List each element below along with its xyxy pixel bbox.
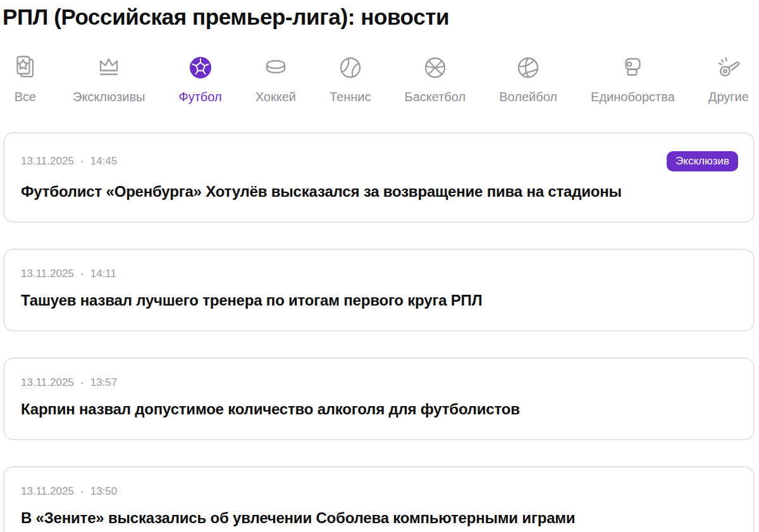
tab-exclusives[interactable]: Эксклюзивы [73, 53, 145, 104]
news-card[interactable]: 13.11.2025 • 13:50 В «Зените» высказалис… [3, 466, 755, 532]
news-time: 13:57 [90, 376, 118, 389]
news-time: 13:50 [90, 485, 118, 498]
news-meta: 13.11.2025 • 14:45 Эксклюзив [21, 151, 738, 171]
dot-separator: • [81, 271, 83, 278]
hockey-puck-icon [262, 53, 290, 82]
category-tabs: Все Эксклюзивы [11, 53, 749, 104]
news-card[interactable]: 13.11.2025 • 14:45 Эксклюзив Футболист «… [3, 132, 755, 223]
news-title: Карпин назвал допустимое количество алко… [21, 400, 738, 419]
tab-football[interactable]: Футбол [178, 53, 221, 104]
news-timestamp: 13.11.2025 • 14:45 [21, 155, 117, 168]
tab-label: Теннис [330, 90, 371, 104]
news-time: 14:11 [90, 268, 116, 280]
volleyball-icon [514, 53, 542, 82]
tab-label: Футбол [178, 90, 221, 104]
tab-martial-arts[interactable]: Единоборства [591, 53, 675, 104]
news-date: 13.11.2025 [21, 485, 74, 498]
tab-label: Баскетбол [405, 90, 466, 104]
news-timestamp: 13.11.2025 • 13:50 [21, 485, 117, 498]
news-date: 13.11.2025 [21, 268, 74, 280]
tab-tennis[interactable]: Теннис [330, 53, 371, 104]
news-page: РПЛ (Российская премьер-лига): новости В… [0, 0, 759, 532]
news-title: Ташуев назвал лучшего тренера по итогам … [21, 291, 738, 310]
tab-all[interactable]: Все [11, 53, 39, 104]
news-meta: 13.11.2025 • 13:57 [21, 376, 738, 389]
news-list: 13.11.2025 • 14:45 Эксклюзив Футболист «… [3, 132, 755, 532]
tab-label: Волейбол [499, 90, 557, 104]
tab-label: Эксклюзивы [73, 90, 145, 104]
page-title: РПЛ (Российская премьер-лига): новости [3, 4, 755, 30]
news-timestamp: 13.11.2025 • 13:57 [21, 376, 117, 389]
news-title: В «Зените» высказались об увлечении Собо… [21, 509, 738, 528]
news-meta: 13.11.2025 • 14:11 [21, 268, 738, 280]
dot-separator: • [81, 158, 83, 165]
tab-basketball[interactable]: Баскетбол [405, 53, 466, 104]
tab-label: Хоккей [256, 90, 296, 104]
news-card[interactable]: 13.11.2025 • 13:57 Карпин назвал допусти… [3, 357, 755, 440]
news-cards-icon [11, 53, 39, 82]
tab-label: Другие [708, 90, 749, 104]
tab-label: Единоборства [591, 90, 675, 104]
tab-label: Все [15, 90, 36, 104]
tab-hockey[interactable]: Хоккей [256, 53, 296, 104]
tab-other[interactable]: Другие [708, 53, 749, 104]
dot-separator: • [81, 488, 83, 495]
news-time: 14:45 [90, 155, 118, 168]
football-icon [187, 53, 214, 82]
news-meta: 13.11.2025 • 13:50 [21, 485, 738, 498]
news-date: 13.11.2025 [21, 376, 74, 389]
news-timestamp: 13.11.2025 • 14:11 [21, 268, 116, 280]
whistle-icon [715, 53, 743, 82]
tennis-ball-icon [336, 53, 364, 82]
crown-icon [95, 53, 123, 82]
exclusive-badge: Эксклюзив [667, 151, 738, 171]
tab-volleyball[interactable]: Волейбол [499, 53, 557, 104]
boxing-glove-icon [619, 53, 646, 82]
basketball-icon [421, 53, 449, 82]
news-card[interactable]: 13.11.2025 • 14:11 Ташуев назвал лучшего… [3, 249, 755, 331]
news-title: Футболист «Оренбурга» Хотулёв высказался… [21, 182, 738, 201]
dot-separator: • [81, 380, 83, 387]
news-date: 13.11.2025 [21, 155, 74, 168]
